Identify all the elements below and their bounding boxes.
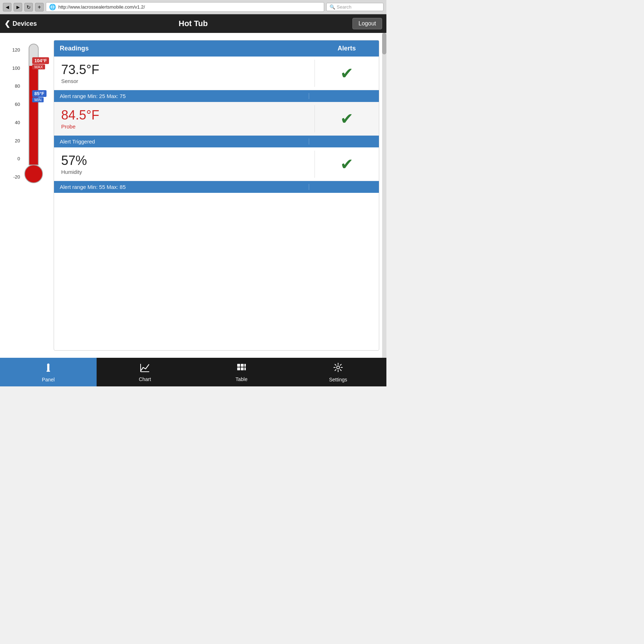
browser-toolbar: ◀ ▶ ↻ + 🌐 http://www.lacrossealertsmobil… — [0, 0, 386, 14]
svg-point-11 — [337, 366, 340, 369]
readings-panel: Readings Alerts 73.5°F Sensor ✔ Alert ra… — [54, 40, 379, 351]
probe-value-cell: 84.5°F Probe — [54, 102, 314, 135]
probe-value: 84.5°F — [61, 108, 307, 123]
probe-reading-row: 84.5°F Probe ✔ — [54, 102, 379, 136]
svg-point-2 — [47, 364, 49, 366]
forward-button[interactable]: ▶ — [14, 3, 22, 11]
thermometer-fill — [29, 66, 38, 165]
humidity-value: 57% — [61, 153, 307, 168]
max-indicator: 104°F MAX — [32, 57, 49, 69]
sensor-value-cell: 73.5°F Sensor — [54, 57, 314, 90]
logout-button[interactable]: Logout — [352, 18, 382, 29]
sensor-alert-range: Alert range Min: 25 Max: 75 — [54, 90, 379, 102]
app-header: ❮ Devices Hot Tub Logout — [0, 14, 386, 33]
nav-settings-label: Settings — [329, 377, 347, 382]
scrollbar-track[interactable] — [382, 33, 386, 358]
thermometer-body: 104°F MAX 85°F MIN — [23, 44, 44, 183]
sensor-reading-row: 73.5°F Sensor ✔ — [54, 57, 379, 90]
sensor-alert-cell: ✔ — [314, 60, 379, 87]
thermometer-bulb — [24, 165, 43, 183]
readings-header: Readings Alerts — [54, 40, 379, 57]
nav-settings[interactable]: Settings — [290, 358, 386, 386]
refresh-button[interactable]: ↻ — [24, 3, 33, 11]
humidity-label: Humidity — [61, 169, 307, 175]
sensor-alert-range-right — [309, 93, 373, 99]
scale-20: 20 — [9, 138, 20, 143]
nav-table[interactable]: Table — [193, 358, 290, 386]
sensor-label: Sensor — [61, 78, 307, 84]
max-temp-label: 104°F — [32, 57, 49, 64]
nav-panel-label: Panel — [42, 377, 55, 382]
svg-rect-5 — [237, 364, 240, 367]
svg-rect-1 — [47, 371, 50, 372]
bottom-nav: Panel Chart — [0, 358, 386, 386]
panel-icon — [43, 362, 54, 375]
scale-80: 80 — [9, 83, 20, 89]
devices-label: Devices — [13, 20, 37, 28]
min-temp-label: 85°F — [32, 90, 47, 97]
chart-icon — [140, 362, 150, 375]
scale-40: 40 — [9, 120, 20, 125]
probe-alert-range-text: Alert Triggered — [60, 138, 309, 145]
main-content: 120 100 80 60 40 20 0 -20 — [0, 33, 386, 358]
settings-icon — [333, 362, 343, 375]
thermometer-section: 120 100 80 60 40 20 0 -20 — [7, 40, 47, 351]
probe-alert-cell: ✔ — [314, 105, 379, 132]
search-bar[interactable]: 🔍 Search — [326, 3, 384, 11]
nav-table-label: Table — [235, 376, 247, 382]
sensor-alert-range-text: Alert range Min: 25 Max: 75 — [60, 93, 309, 99]
probe-alert-range: Alert Triggered — [54, 136, 379, 147]
nav-chart[interactable]: Chart — [97, 358, 193, 386]
address-bar[interactable]: 🌐 http://www.lacrossealertsmobile.com/v1… — [46, 2, 324, 12]
humidity-alert-range: Alert range Min: 55 Max: 85 — [54, 181, 379, 193]
humidity-alert-cell: ✔ — [314, 151, 379, 178]
probe-alert-range-right — [309, 138, 373, 145]
svg-rect-7 — [244, 364, 246, 367]
search-placeholder: Search — [337, 4, 351, 10]
humidity-value-cell: 57% Humidity — [54, 147, 314, 181]
svg-rect-10 — [244, 367, 246, 370]
svg-rect-6 — [241, 364, 244, 367]
scale-neg20: -20 — [9, 174, 20, 180]
sensor-value: 73.5°F — [61, 62, 307, 77]
scale-100: 100 — [9, 65, 20, 71]
humidity-alert-range-text: Alert range Min: 55 Max: 85 — [60, 184, 309, 190]
scale-120: 120 — [9, 47, 20, 53]
devices-button[interactable]: ❮ Devices — [4, 19, 37, 28]
scale-0: 0 — [9, 156, 20, 161]
table-icon — [236, 362, 247, 375]
alerts-column-header: Alerts — [314, 40, 379, 57]
scale-60: 60 — [9, 102, 20, 107]
min-sub-label: MIN — [32, 97, 44, 102]
svg-rect-8 — [237, 367, 240, 370]
probe-check-icon: ✔ — [321, 111, 373, 127]
sensor-check-icon: ✔ — [321, 65, 373, 81]
app-wrapper: ❮ Devices Hot Tub Logout 120 100 80 60 4… — [0, 14, 386, 386]
thermometer-scale: 120 100 80 60 40 20 0 -20 — [9, 47, 20, 180]
new-tab-button[interactable]: + — [35, 3, 44, 11]
max-sub-label: MAX — [32, 64, 45, 69]
humidity-alert-range-right — [309, 184, 373, 190]
scrollbar-thumb[interactable] — [382, 33, 386, 54]
min-indicator: 85°F MIN — [32, 90, 47, 102]
humidity-check-icon: ✔ — [321, 156, 373, 172]
page-title: Hot Tub — [179, 19, 208, 28]
probe-label: Probe — [61, 123, 307, 130]
back-button[interactable]: ◀ — [3, 3, 11, 11]
browser-chrome: ◀ ▶ ↻ + 🌐 http://www.lacrossealertsmobil… — [0, 0, 386, 14]
nav-chart-label: Chart — [139, 376, 151, 382]
search-icon: 🔍 — [330, 4, 335, 10]
svg-rect-9 — [241, 367, 244, 370]
chevron-left-icon: ❮ — [4, 19, 10, 28]
nav-panel[interactable]: Panel — [0, 358, 97, 386]
url-text: http://www.lacrossealertsmobile.com/v1.2… — [58, 4, 145, 10]
readings-column-header: Readings — [54, 40, 314, 57]
humidity-reading-row: 57% Humidity ✔ — [54, 147, 379, 181]
